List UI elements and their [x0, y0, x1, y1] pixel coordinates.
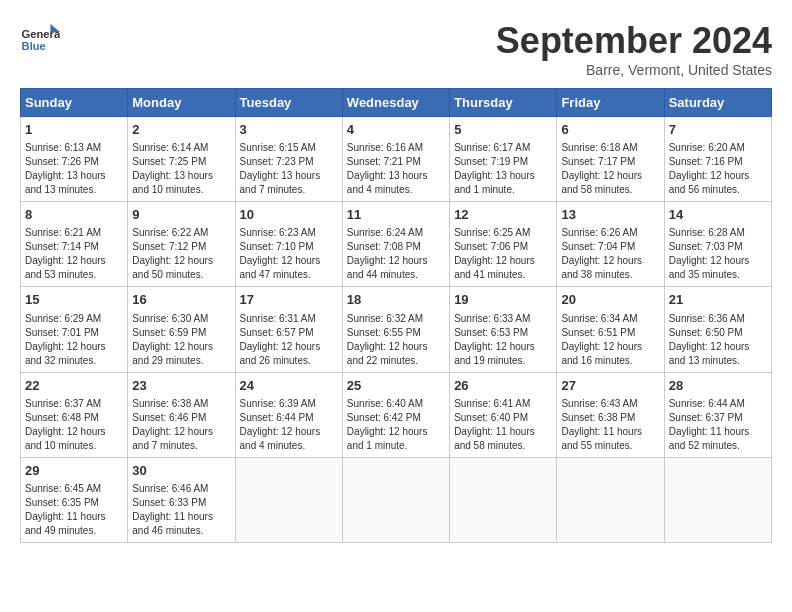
calendar-cell: 1Sunrise: 6:13 AM Sunset: 7:26 PM Daylig…: [21, 117, 128, 202]
day-detail: Sunrise: 6:25 AM Sunset: 7:06 PM Dayligh…: [454, 226, 552, 282]
day-number: 28: [669, 377, 767, 395]
svg-text:Blue: Blue: [22, 40, 46, 52]
calendar-cell: 3Sunrise: 6:15 AM Sunset: 7:23 PM Daylig…: [235, 117, 342, 202]
calendar-cell: 15Sunrise: 6:29 AM Sunset: 7:01 PM Dayli…: [21, 287, 128, 372]
day-detail: Sunrise: 6:15 AM Sunset: 7:23 PM Dayligh…: [240, 141, 338, 197]
calendar-cell: 28Sunrise: 6:44 AM Sunset: 6:37 PM Dayli…: [664, 372, 771, 457]
calendar-cell: 19Sunrise: 6:33 AM Sunset: 6:53 PM Dayli…: [450, 287, 557, 372]
day-number: 15: [25, 291, 123, 309]
day-detail: Sunrise: 6:46 AM Sunset: 6:33 PM Dayligh…: [132, 482, 230, 538]
day-detail: Sunrise: 6:32 AM Sunset: 6:55 PM Dayligh…: [347, 312, 445, 368]
day-header-sunday: Sunday: [21, 89, 128, 117]
day-header-saturday: Saturday: [664, 89, 771, 117]
calendar-cell: 26Sunrise: 6:41 AM Sunset: 6:40 PM Dayli…: [450, 372, 557, 457]
day-number: 24: [240, 377, 338, 395]
day-header-monday: Monday: [128, 89, 235, 117]
day-number: 9: [132, 206, 230, 224]
day-number: 25: [347, 377, 445, 395]
calendar-cell: 25Sunrise: 6:40 AM Sunset: 6:42 PM Dayli…: [342, 372, 449, 457]
day-detail: Sunrise: 6:31 AM Sunset: 6:57 PM Dayligh…: [240, 312, 338, 368]
calendar-cell: [235, 457, 342, 542]
day-header-tuesday: Tuesday: [235, 89, 342, 117]
day-number: 11: [347, 206, 445, 224]
calendar-cell: 11Sunrise: 6:24 AM Sunset: 7:08 PM Dayli…: [342, 202, 449, 287]
day-detail: Sunrise: 6:45 AM Sunset: 6:35 PM Dayligh…: [25, 482, 123, 538]
day-header-friday: Friday: [557, 89, 664, 117]
logo: General Blue: [20, 20, 60, 60]
day-detail: Sunrise: 6:36 AM Sunset: 6:50 PM Dayligh…: [669, 312, 767, 368]
calendar-cell: [664, 457, 771, 542]
calendar-cell: 16Sunrise: 6:30 AM Sunset: 6:59 PM Dayli…: [128, 287, 235, 372]
day-number: 22: [25, 377, 123, 395]
calendar-week-row: 29Sunrise: 6:45 AM Sunset: 6:35 PM Dayli…: [21, 457, 772, 542]
day-number: 14: [669, 206, 767, 224]
day-detail: Sunrise: 6:44 AM Sunset: 6:37 PM Dayligh…: [669, 397, 767, 453]
day-detail: Sunrise: 6:37 AM Sunset: 6:48 PM Dayligh…: [25, 397, 123, 453]
day-detail: Sunrise: 6:17 AM Sunset: 7:19 PM Dayligh…: [454, 141, 552, 197]
logo-icon: General Blue: [20, 20, 60, 60]
day-number: 19: [454, 291, 552, 309]
calendar-header-row: SundayMondayTuesdayWednesdayThursdayFrid…: [21, 89, 772, 117]
day-number: 30: [132, 462, 230, 480]
day-number: 10: [240, 206, 338, 224]
calendar-cell: 2Sunrise: 6:14 AM Sunset: 7:25 PM Daylig…: [128, 117, 235, 202]
day-detail: Sunrise: 6:14 AM Sunset: 7:25 PM Dayligh…: [132, 141, 230, 197]
day-detail: Sunrise: 6:34 AM Sunset: 6:51 PM Dayligh…: [561, 312, 659, 368]
day-number: 3: [240, 121, 338, 139]
title-block: September 2024 Barre, Vermont, United St…: [496, 20, 772, 78]
calendar-cell: 17Sunrise: 6:31 AM Sunset: 6:57 PM Dayli…: [235, 287, 342, 372]
day-number: 7: [669, 121, 767, 139]
calendar-cell: 6Sunrise: 6:18 AM Sunset: 7:17 PM Daylig…: [557, 117, 664, 202]
day-detail: Sunrise: 6:33 AM Sunset: 6:53 PM Dayligh…: [454, 312, 552, 368]
calendar-cell: 4Sunrise: 6:16 AM Sunset: 7:21 PM Daylig…: [342, 117, 449, 202]
calendar-cell: 8Sunrise: 6:21 AM Sunset: 7:14 PM Daylig…: [21, 202, 128, 287]
calendar-week-row: 15Sunrise: 6:29 AM Sunset: 7:01 PM Dayli…: [21, 287, 772, 372]
calendar-cell: 12Sunrise: 6:25 AM Sunset: 7:06 PM Dayli…: [450, 202, 557, 287]
page-header: General Blue September 2024 Barre, Vermo…: [20, 20, 772, 78]
day-number: 6: [561, 121, 659, 139]
calendar-week-row: 22Sunrise: 6:37 AM Sunset: 6:48 PM Dayli…: [21, 372, 772, 457]
day-detail: Sunrise: 6:38 AM Sunset: 6:46 PM Dayligh…: [132, 397, 230, 453]
day-detail: Sunrise: 6:41 AM Sunset: 6:40 PM Dayligh…: [454, 397, 552, 453]
calendar-table: SundayMondayTuesdayWednesdayThursdayFrid…: [20, 88, 772, 543]
day-detail: Sunrise: 6:28 AM Sunset: 7:03 PM Dayligh…: [669, 226, 767, 282]
day-number: 5: [454, 121, 552, 139]
day-number: 29: [25, 462, 123, 480]
calendar-cell: 21Sunrise: 6:36 AM Sunset: 6:50 PM Dayli…: [664, 287, 771, 372]
calendar-cell: 24Sunrise: 6:39 AM Sunset: 6:44 PM Dayli…: [235, 372, 342, 457]
calendar-cell: 10Sunrise: 6:23 AM Sunset: 7:10 PM Dayli…: [235, 202, 342, 287]
calendar-cell: 27Sunrise: 6:43 AM Sunset: 6:38 PM Dayli…: [557, 372, 664, 457]
day-number: 1: [25, 121, 123, 139]
calendar-cell: [557, 457, 664, 542]
day-detail: Sunrise: 6:13 AM Sunset: 7:26 PM Dayligh…: [25, 141, 123, 197]
day-detail: Sunrise: 6:16 AM Sunset: 7:21 PM Dayligh…: [347, 141, 445, 197]
calendar-cell: 5Sunrise: 6:17 AM Sunset: 7:19 PM Daylig…: [450, 117, 557, 202]
month-title: September 2024: [496, 20, 772, 62]
calendar-cell: 20Sunrise: 6:34 AM Sunset: 6:51 PM Dayli…: [557, 287, 664, 372]
calendar-week-row: 8Sunrise: 6:21 AM Sunset: 7:14 PM Daylig…: [21, 202, 772, 287]
day-detail: Sunrise: 6:29 AM Sunset: 7:01 PM Dayligh…: [25, 312, 123, 368]
day-number: 8: [25, 206, 123, 224]
day-detail: Sunrise: 6:18 AM Sunset: 7:17 PM Dayligh…: [561, 141, 659, 197]
location-subtitle: Barre, Vermont, United States: [496, 62, 772, 78]
day-detail: Sunrise: 6:24 AM Sunset: 7:08 PM Dayligh…: [347, 226, 445, 282]
day-header-thursday: Thursday: [450, 89, 557, 117]
calendar-cell: 7Sunrise: 6:20 AM Sunset: 7:16 PM Daylig…: [664, 117, 771, 202]
calendar-cell: [342, 457, 449, 542]
calendar-cell: 9Sunrise: 6:22 AM Sunset: 7:12 PM Daylig…: [128, 202, 235, 287]
calendar-cell: 23Sunrise: 6:38 AM Sunset: 6:46 PM Dayli…: [128, 372, 235, 457]
day-number: 2: [132, 121, 230, 139]
day-number: 23: [132, 377, 230, 395]
day-number: 26: [454, 377, 552, 395]
day-number: 27: [561, 377, 659, 395]
day-header-wednesday: Wednesday: [342, 89, 449, 117]
day-detail: Sunrise: 6:40 AM Sunset: 6:42 PM Dayligh…: [347, 397, 445, 453]
day-detail: Sunrise: 6:26 AM Sunset: 7:04 PM Dayligh…: [561, 226, 659, 282]
day-detail: Sunrise: 6:43 AM Sunset: 6:38 PM Dayligh…: [561, 397, 659, 453]
day-number: 12: [454, 206, 552, 224]
calendar-week-row: 1Sunrise: 6:13 AM Sunset: 7:26 PM Daylig…: [21, 117, 772, 202]
calendar-cell: [450, 457, 557, 542]
day-number: 13: [561, 206, 659, 224]
day-number: 17: [240, 291, 338, 309]
calendar-cell: 13Sunrise: 6:26 AM Sunset: 7:04 PM Dayli…: [557, 202, 664, 287]
